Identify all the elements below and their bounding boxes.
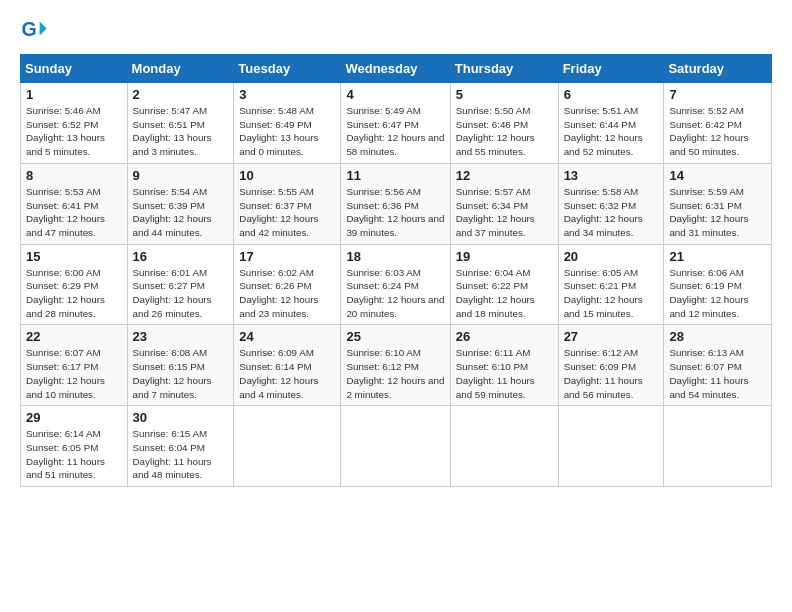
day-detail: Sunrise: 6:08 AMSunset: 6:15 PMDaylight:… xyxy=(133,347,212,399)
day-detail: Sunrise: 5:58 AMSunset: 6:32 PMDaylight:… xyxy=(564,186,643,238)
calendar-cell: 18 Sunrise: 6:03 AMSunset: 6:24 PMDaylig… xyxy=(341,244,450,325)
day-detail: Sunrise: 6:07 AMSunset: 6:17 PMDaylight:… xyxy=(26,347,105,399)
calendar-week-row: 22 Sunrise: 6:07 AMSunset: 6:17 PMDaylig… xyxy=(21,325,772,406)
calendar-cell: 22 Sunrise: 6:07 AMSunset: 6:17 PMDaylig… xyxy=(21,325,128,406)
calendar-cell xyxy=(558,406,664,487)
day-number: 27 xyxy=(564,329,659,344)
day-detail: Sunrise: 5:56 AMSunset: 6:36 PMDaylight:… xyxy=(346,186,444,238)
calendar-cell xyxy=(234,406,341,487)
weekday-header: Wednesday xyxy=(341,55,450,83)
day-number: 7 xyxy=(669,87,766,102)
calendar-cell: 30 Sunrise: 6:15 AMSunset: 6:04 PMDaylig… xyxy=(127,406,234,487)
day-detail: Sunrise: 6:01 AMSunset: 6:27 PMDaylight:… xyxy=(133,267,212,319)
svg-text:G: G xyxy=(21,18,36,40)
day-detail: Sunrise: 5:50 AMSunset: 6:46 PMDaylight:… xyxy=(456,105,535,157)
calendar-cell: 7 Sunrise: 5:52 AMSunset: 6:42 PMDayligh… xyxy=(664,83,772,164)
calendar-week-row: 29 Sunrise: 6:14 AMSunset: 6:05 PMDaylig… xyxy=(21,406,772,487)
day-number: 18 xyxy=(346,249,444,264)
calendar-cell xyxy=(450,406,558,487)
calendar-cell: 1 Sunrise: 5:46 AMSunset: 6:52 PMDayligh… xyxy=(21,83,128,164)
day-number: 25 xyxy=(346,329,444,344)
calendar-cell xyxy=(341,406,450,487)
day-detail: Sunrise: 5:57 AMSunset: 6:34 PMDaylight:… xyxy=(456,186,535,238)
day-detail: Sunrise: 5:52 AMSunset: 6:42 PMDaylight:… xyxy=(669,105,748,157)
calendar-week-row: 1 Sunrise: 5:46 AMSunset: 6:52 PMDayligh… xyxy=(21,83,772,164)
calendar-week-row: 8 Sunrise: 5:53 AMSunset: 6:41 PMDayligh… xyxy=(21,163,772,244)
day-number: 12 xyxy=(456,168,553,183)
day-number: 28 xyxy=(669,329,766,344)
calendar-cell: 10 Sunrise: 5:55 AMSunset: 6:37 PMDaylig… xyxy=(234,163,341,244)
day-detail: Sunrise: 5:55 AMSunset: 6:37 PMDaylight:… xyxy=(239,186,318,238)
calendar-cell: 20 Sunrise: 6:05 AMSunset: 6:21 PMDaylig… xyxy=(558,244,664,325)
calendar-cell: 4 Sunrise: 5:49 AMSunset: 6:47 PMDayligh… xyxy=(341,83,450,164)
day-number: 9 xyxy=(133,168,229,183)
calendar-cell: 8 Sunrise: 5:53 AMSunset: 6:41 PMDayligh… xyxy=(21,163,128,244)
calendar-cell: 6 Sunrise: 5:51 AMSunset: 6:44 PMDayligh… xyxy=(558,83,664,164)
calendar-cell: 14 Sunrise: 5:59 AMSunset: 6:31 PMDaylig… xyxy=(664,163,772,244)
weekday-header: Sunday xyxy=(21,55,128,83)
logo-icon: G xyxy=(20,16,48,44)
day-number: 13 xyxy=(564,168,659,183)
day-detail: Sunrise: 5:51 AMSunset: 6:44 PMDaylight:… xyxy=(564,105,643,157)
day-number: 30 xyxy=(133,410,229,425)
day-number: 6 xyxy=(564,87,659,102)
calendar-cell: 3 Sunrise: 5:48 AMSunset: 6:49 PMDayligh… xyxy=(234,83,341,164)
calendar-cell: 26 Sunrise: 6:11 AMSunset: 6:10 PMDaylig… xyxy=(450,325,558,406)
calendar-cell xyxy=(664,406,772,487)
calendar-cell: 19 Sunrise: 6:04 AMSunset: 6:22 PMDaylig… xyxy=(450,244,558,325)
day-detail: Sunrise: 5:59 AMSunset: 6:31 PMDaylight:… xyxy=(669,186,748,238)
day-number: 26 xyxy=(456,329,553,344)
calendar-cell: 21 Sunrise: 6:06 AMSunset: 6:19 PMDaylig… xyxy=(664,244,772,325)
day-detail: Sunrise: 5:49 AMSunset: 6:47 PMDaylight:… xyxy=(346,105,444,157)
weekday-header: Tuesday xyxy=(234,55,341,83)
calendar-cell: 23 Sunrise: 6:08 AMSunset: 6:15 PMDaylig… xyxy=(127,325,234,406)
day-number: 22 xyxy=(26,329,122,344)
day-detail: Sunrise: 6:03 AMSunset: 6:24 PMDaylight:… xyxy=(346,267,444,319)
day-number: 21 xyxy=(669,249,766,264)
calendar-cell: 17 Sunrise: 6:02 AMSunset: 6:26 PMDaylig… xyxy=(234,244,341,325)
day-number: 19 xyxy=(456,249,553,264)
day-detail: Sunrise: 6:02 AMSunset: 6:26 PMDaylight:… xyxy=(239,267,318,319)
calendar-week-row: 15 Sunrise: 6:00 AMSunset: 6:29 PMDaylig… xyxy=(21,244,772,325)
calendar-cell: 27 Sunrise: 6:12 AMSunset: 6:09 PMDaylig… xyxy=(558,325,664,406)
svg-marker-1 xyxy=(40,22,47,36)
day-number: 24 xyxy=(239,329,335,344)
calendar-cell: 25 Sunrise: 6:10 AMSunset: 6:12 PMDaylig… xyxy=(341,325,450,406)
day-detail: Sunrise: 5:48 AMSunset: 6:49 PMDaylight:… xyxy=(239,105,318,157)
day-number: 4 xyxy=(346,87,444,102)
day-detail: Sunrise: 6:15 AMSunset: 6:04 PMDaylight:… xyxy=(133,428,212,480)
header: G xyxy=(20,16,772,44)
day-detail: Sunrise: 5:47 AMSunset: 6:51 PMDaylight:… xyxy=(133,105,212,157)
day-number: 29 xyxy=(26,410,122,425)
day-number: 1 xyxy=(26,87,122,102)
day-detail: Sunrise: 6:05 AMSunset: 6:21 PMDaylight:… xyxy=(564,267,643,319)
weekday-header: Saturday xyxy=(664,55,772,83)
calendar-cell: 5 Sunrise: 5:50 AMSunset: 6:46 PMDayligh… xyxy=(450,83,558,164)
weekday-header: Thursday xyxy=(450,55,558,83)
day-number: 14 xyxy=(669,168,766,183)
day-number: 23 xyxy=(133,329,229,344)
day-detail: Sunrise: 5:46 AMSunset: 6:52 PMDaylight:… xyxy=(26,105,105,157)
day-detail: Sunrise: 6:06 AMSunset: 6:19 PMDaylight:… xyxy=(669,267,748,319)
calendar-table: SundayMondayTuesdayWednesdayThursdayFrid… xyxy=(20,54,772,487)
calendar-cell: 24 Sunrise: 6:09 AMSunset: 6:14 PMDaylig… xyxy=(234,325,341,406)
day-number: 5 xyxy=(456,87,553,102)
day-number: 8 xyxy=(26,168,122,183)
day-number: 16 xyxy=(133,249,229,264)
day-detail: Sunrise: 6:10 AMSunset: 6:12 PMDaylight:… xyxy=(346,347,444,399)
calendar-body: 1 Sunrise: 5:46 AMSunset: 6:52 PMDayligh… xyxy=(21,83,772,487)
calendar-cell: 9 Sunrise: 5:54 AMSunset: 6:39 PMDayligh… xyxy=(127,163,234,244)
day-number: 10 xyxy=(239,168,335,183)
calendar-cell: 16 Sunrise: 6:01 AMSunset: 6:27 PMDaylig… xyxy=(127,244,234,325)
day-number: 15 xyxy=(26,249,122,264)
day-number: 20 xyxy=(564,249,659,264)
day-detail: Sunrise: 6:13 AMSunset: 6:07 PMDaylight:… xyxy=(669,347,748,399)
calendar-header-row: SundayMondayTuesdayWednesdayThursdayFrid… xyxy=(21,55,772,83)
weekday-header: Monday xyxy=(127,55,234,83)
day-detail: Sunrise: 6:12 AMSunset: 6:09 PMDaylight:… xyxy=(564,347,643,399)
calendar-page: G SundayMondayTuesdayWednesdayThursdayFr… xyxy=(0,0,792,497)
calendar-cell: 29 Sunrise: 6:14 AMSunset: 6:05 PMDaylig… xyxy=(21,406,128,487)
day-number: 17 xyxy=(239,249,335,264)
calendar-cell: 2 Sunrise: 5:47 AMSunset: 6:51 PMDayligh… xyxy=(127,83,234,164)
calendar-cell: 11 Sunrise: 5:56 AMSunset: 6:36 PMDaylig… xyxy=(341,163,450,244)
